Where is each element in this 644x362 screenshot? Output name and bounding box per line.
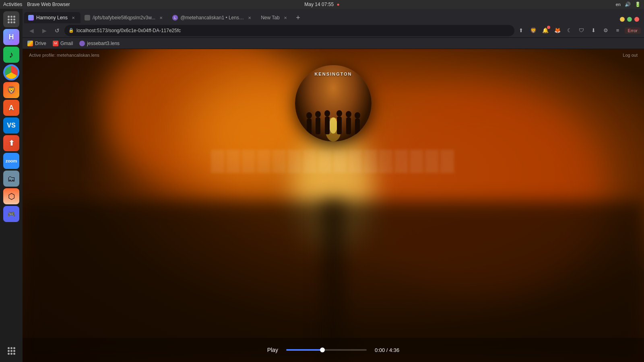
svg-rect-11	[346, 117, 351, 134]
reload-button[interactable]: ↺	[52, 25, 63, 36]
notification-button[interactable]: 🔔	[540, 25, 551, 36]
dock-item-git[interactable]: ⬆	[3, 135, 19, 151]
svg-point-6	[324, 110, 330, 117]
tab-close-ipfs[interactable]: ✕	[158, 14, 164, 21]
dock-item-activities[interactable]	[3, 11, 19, 27]
tab-favicon-lenster: L	[172, 15, 178, 21]
svg-rect-3	[307, 119, 312, 135]
tab-close-lenster[interactable]: ✕	[246, 14, 253, 21]
svg-point-10	[346, 111, 351, 117]
svg-rect-13	[355, 119, 360, 135]
close-button[interactable]	[634, 17, 639, 22]
notification-badge	[547, 26, 550, 29]
tab-harmony-lens[interactable]: Harmony Lens ✕	[24, 12, 80, 23]
svg-rect-9	[337, 117, 342, 134]
dock-item-vscode[interactable]: VS	[3, 117, 19, 134]
os-dock: H ♪ 🦁 A VS ⬆ zoom 🗂 ⬡ 🎮	[0, 9, 23, 362]
tab-lenster[interactable]: L @metehancaliskan1 • Lenster ✕	[168, 12, 257, 23]
activities-label[interactable]: Activities	[3, 2, 22, 7]
dark-mode-button[interactable]: ☾	[564, 25, 575, 36]
play-button[interactable]: Play	[267, 347, 278, 353]
minimize-button[interactable]	[620, 17, 625, 22]
svg-point-2	[306, 112, 312, 119]
song-info-area: ████████████████	[211, 150, 456, 172]
svg-point-8	[336, 110, 342, 117]
system-time: May 14 07:55	[304, 2, 334, 7]
dock-item-zoom[interactable]: zoom	[3, 153, 19, 169]
page-content: Active profile: metehancaliskan.lens Log…	[23, 49, 644, 362]
shield-ext-button[interactable]: 🛡	[576, 25, 587, 36]
toolbar-extensions: ⬆ 🦁 🔔 🦊 ☾ 🛡 ⬇ ⚙ ≡ Error	[516, 25, 641, 36]
metamask-button[interactable]: 🦊	[552, 25, 563, 36]
tab-label-new: New Tab	[261, 15, 279, 21]
svg-point-4	[315, 111, 321, 117]
tab-close-new[interactable]: ✕	[282, 14, 289, 21]
new-tab-button[interactable]: +	[293, 12, 304, 23]
time-display: 0:00 / 4:36	[375, 347, 399, 353]
dock-item-files[interactable]: 🗂	[3, 171, 19, 187]
forward-button[interactable]: ▶	[39, 25, 50, 36]
layers-icon: ⬡	[8, 191, 15, 201]
tab-new[interactable]: New Tab ✕	[257, 12, 292, 23]
tab-ipfs[interactable]: /ipfs/bafybeie5l6qpslm2v3w... ✕	[80, 12, 168, 23]
dock-item-spotify[interactable]: ♪	[3, 47, 19, 63]
drive-favicon	[27, 41, 33, 46]
share-button[interactable]: ⬆	[516, 25, 526, 36]
svg-rect-5	[316, 117, 320, 134]
logout-link[interactable]: Log out	[623, 53, 638, 58]
tab-label-lenster: @metehancaliskan1 • Lenster	[180, 15, 244, 21]
address-bar[interactable]: 🔒 localhost:5173/song/0x6c1e-0x04ff-DA-1…	[64, 25, 514, 36]
dock-item-brave[interactable]: 🦁	[3, 82, 19, 98]
bookmark-drive-label: Drive	[35, 41, 46, 46]
download-button[interactable]: ⬇	[588, 25, 599, 36]
browser-window: Harmony Lens ✕ /ipfs/bafybeie5l6qpslm2v3…	[23, 9, 644, 362]
tab-favicon-ipfs	[85, 15, 90, 21]
ext-other[interactable]: ⚙	[601, 25, 611, 36]
page-topbar: Active profile: metehancaliskan.lens Log…	[23, 49, 644, 61]
window-controls	[620, 17, 642, 23]
sidebar-toggle[interactable]: ≡	[613, 25, 623, 36]
volume-icon: 🔊	[625, 2, 631, 7]
back-button[interactable]: ◀	[26, 25, 37, 36]
ubuntu-software-icon: A	[9, 104, 14, 112]
tab-bar: Harmony Lens ✕ /ipfs/bafybeie5l6qpslm2v3…	[23, 9, 644, 23]
browser-name-label: Brave Web Browser	[27, 2, 70, 7]
tab-close-harmony[interactable]: ✕	[70, 14, 76, 21]
spotify-icon: ♪	[9, 49, 14, 60]
artist-name-on-cover: KENSINGTON	[314, 72, 352, 76]
browser-toolbar: ◀ ▶ ↺ 🔒 localhost:5173/song/0x6c1e-0x04f…	[23, 23, 644, 38]
progress-bar[interactable]	[286, 349, 367, 351]
bookmark-gmail[interactable]: M Gmail	[53, 41, 73, 46]
brave-shield-button[interactable]: 🦁	[528, 25, 539, 36]
app-grid-icon	[8, 347, 15, 355]
bookmark-jessebart[interactable]: jessebart3.lens	[79, 41, 120, 46]
brave-icon: 🦁	[7, 86, 16, 95]
harmony-icon: H	[9, 33, 14, 41]
dock-item-harmony[interactable]: H	[3, 29, 19, 45]
tab-label-ipfs: /ipfs/bafybeie5l6qpslm2v3w...	[93, 15, 155, 21]
bookmark-drive[interactable]: Drive	[27, 41, 46, 46]
svg-point-12	[355, 112, 360, 119]
bookmarks-bar: Drive M Gmail jessebart3.lens	[23, 38, 644, 49]
silhouettes-svg	[301, 93, 365, 142]
bookmark-jessebart-label: jessebart3.lens	[87, 41, 120, 46]
maximize-button[interactable]	[627, 17, 632, 22]
lock-icon: 🔒	[68, 28, 74, 33]
vscode-icon: VS	[7, 122, 15, 129]
address-bar-url: localhost:5173/song/0x6c1e-0x04ff-DA-117…	[76, 28, 510, 33]
svg-point-1	[329, 117, 337, 134]
progress-bar-fill	[286, 349, 322, 351]
os-topbar: Activities Brave Web Browser May 14 07:5…	[0, 0, 644, 9]
bookmark-gmail-label: Gmail	[60, 41, 73, 46]
svg-rect-7	[325, 117, 330, 134]
dock-item-ubuntu-software[interactable]: A	[3, 100, 19, 116]
browser-content: Active profile: metehancaliskan.lens Log…	[23, 49, 644, 362]
progress-bar-thumb	[320, 348, 325, 352]
error-button[interactable]: Error	[625, 27, 641, 34]
browser-chrome: Harmony Lens ✕ /ipfs/bafybeie5l6qpslm2v3…	[23, 9, 644, 49]
dock-item-chrome[interactable]	[3, 64, 19, 80]
dock-item-app-grid[interactable]	[3, 343, 19, 359]
tab-favicon-harmony	[28, 15, 34, 21]
dock-item-discord[interactable]: 🎮	[3, 206, 19, 222]
dock-item-layers[interactable]: ⬡	[3, 188, 19, 204]
